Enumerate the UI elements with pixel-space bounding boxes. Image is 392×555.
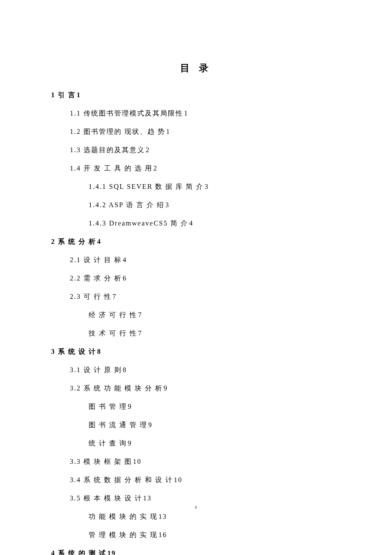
toc-entry-text: 1.4 开 发 工 具 的 选 用 <box>70 165 153 172</box>
toc-entry-page: 7 <box>138 311 142 318</box>
toc-entry-page: 9 <box>128 439 132 447</box>
toc-entry-text: 3 系 统 设 计 <box>51 348 96 355</box>
toc-entry-page: 2 <box>153 165 158 172</box>
toc-entry: 2.2 需 求 分 析6 <box>51 274 341 283</box>
toc-entry-text: 1.2 图书管理的 现状、趋 势 <box>70 128 165 135</box>
toc-entry-page: 10 <box>133 458 141 465</box>
toc-entry: 3.3 模 块 框 架 图10 <box>51 457 341 466</box>
toc-entry-page: 6 <box>123 275 127 282</box>
toc-entry: 2.3 可 行 性7 <box>51 292 341 301</box>
toc-entry: 3.2 系 统 功 能 模 块 分 析9 <box>51 384 341 393</box>
toc-entry-text: 图 书 管 理 <box>89 403 127 410</box>
toc-entry: 3.1 设 计 原 则8 <box>51 366 341 375</box>
toc-entry: 1.4.1 SQL SEVER 数 据 库 简 介3 <box>51 182 341 191</box>
toc-entry-text: 3.1 设 计 原 则 <box>70 366 122 373</box>
toc-entry: 2.1 设 计 目 标4 <box>51 256 341 265</box>
toc-entry-text: 3.3 模 块 框 架 图 <box>70 458 132 465</box>
toc-entry: 经 济 可 行 性7 <box>51 311 341 320</box>
toc-entry: 图 书 管 理9 <box>51 402 341 411</box>
toc-entry-text: 技 术 可 行 性 <box>89 330 137 337</box>
toc-entry-text: 功 能 模 块 的 实 现 <box>89 513 158 520</box>
toc-entry-page: 1 <box>77 91 81 98</box>
toc-entry-page: 4 <box>189 220 193 227</box>
toc-entry: 统 计 查 询9 <box>51 439 341 448</box>
toc-entry-page: 8 <box>123 366 127 373</box>
toc-entry-page: 4 <box>97 238 101 245</box>
toc-entry: 1.4.2 ASP 语 言 介 绍3 <box>51 201 341 210</box>
toc-entry-text: 2.2 需 求 分 析 <box>70 275 122 282</box>
toc-entry-page: 7 <box>138 330 142 337</box>
toc-entry: 3.5 根 本 模 块 设 计13 <box>51 494 341 503</box>
toc-entry-text: 管 理 模 块 的 实 现 <box>89 531 158 538</box>
toc-entry: 1.4 开 发 工 具 的 选 用2 <box>51 164 341 173</box>
toc-entry-text: 1.4.3 DreamweaveCS5 简 介 <box>89 220 188 227</box>
toc-entry-page: 9 <box>128 403 132 410</box>
toc-entry-text: 2.3 可 行 性 <box>70 293 112 300</box>
toc-entry-page: 3 <box>205 183 209 190</box>
document-page: 目 录 1 引 言11.1 传统图书管理模式及其局限性11.2 图书管理的 现状… <box>0 0 392 555</box>
toc-entry-text: 3.2 系 统 功 能 模 块 分 析 <box>70 384 163 392</box>
toc-entry-page: 8 <box>97 348 101 355</box>
toc-entry-page: 9 <box>148 421 153 428</box>
toc-entry-page: 10 <box>174 476 182 483</box>
toc-entry: 1.4.3 DreamweaveCS5 简 介4 <box>51 219 341 228</box>
toc-entry: 4 系 统 的 测 试19 <box>51 549 341 555</box>
toc-entry: 1.1 传统图书管理模式及其局限性1 <box>51 109 341 118</box>
toc-entry-text: 1.4.2 ASP 语 言 介 绍 <box>89 201 164 208</box>
toc-entry-page: 1 <box>166 128 170 135</box>
toc-entry: 1 引 言1 <box>51 91 341 100</box>
toc-entry-text: 统 计 查 询 <box>89 439 127 447</box>
toc-entry-page: 3 <box>165 201 170 208</box>
toc-entry: 1.3 选题目的及其意义2 <box>51 146 341 155</box>
toc-entry-text: 1.1 传统图书管理模式及其局限性 <box>70 110 183 117</box>
toc-entry: 图 书 流 通 管 理9 <box>51 421 341 430</box>
toc-entry-text: 图 书 流 通 管 理 <box>89 421 147 428</box>
page-footer: z <box>0 504 392 510</box>
toc-entry-page: 13 <box>159 513 167 520</box>
toc-entry-page: 7 <box>112 293 117 300</box>
toc-entry-page: 16 <box>159 531 167 538</box>
toc-entry: 技 术 可 行 性7 <box>51 329 341 338</box>
toc-entry: 3.4 系 统 数 据 分 析 和 设 计10 <box>51 476 341 485</box>
toc-entry-page: 2 <box>146 146 150 153</box>
toc-title: 目 录 <box>51 62 341 75</box>
toc-entry-text: 3.5 根 本 模 块 设 计 <box>70 494 142 502</box>
toc-entry-page: 1 <box>184 110 188 117</box>
toc-container: 1 引 言11.1 传统图书管理模式及其局限性11.2 图书管理的 现状、趋 势… <box>51 91 341 555</box>
toc-entry-page: 13 <box>143 494 152 502</box>
toc-entry-text: 2 系 统 分 析 <box>51 238 96 245</box>
toc-entry-page: 19 <box>107 549 116 555</box>
toc-entry-page: 9 <box>164 384 168 392</box>
toc-entry: 管 理 模 块 的 实 现16 <box>51 531 341 540</box>
toc-entry: 2 系 统 分 析4 <box>51 237 341 246</box>
toc-entry-page: 4 <box>123 256 127 263</box>
toc-entry: 1.2 图书管理的 现状、趋 势1 <box>51 127 341 136</box>
toc-entry-text: 4 系 统 的 测 试 <box>51 549 107 555</box>
toc-entry-text: 1.4.1 SQL SEVER 数 据 库 简 介 <box>89 183 204 190</box>
toc-entry-text: 3.4 系 统 数 据 分 析 和 设 计 <box>70 476 173 483</box>
toc-entry-text: 1 引 言 <box>51 91 76 98</box>
toc-entry-text: 2.1 设 计 目 标 <box>70 256 122 263</box>
toc-entry-text: 经 济 可 行 性 <box>89 311 137 318</box>
toc-entry-text: 1.3 选题目的及其意义 <box>70 146 145 153</box>
toc-entry: 3 系 统 设 计8 <box>51 347 341 356</box>
toc-entry: 功 能 模 块 的 实 现13 <box>51 512 341 521</box>
